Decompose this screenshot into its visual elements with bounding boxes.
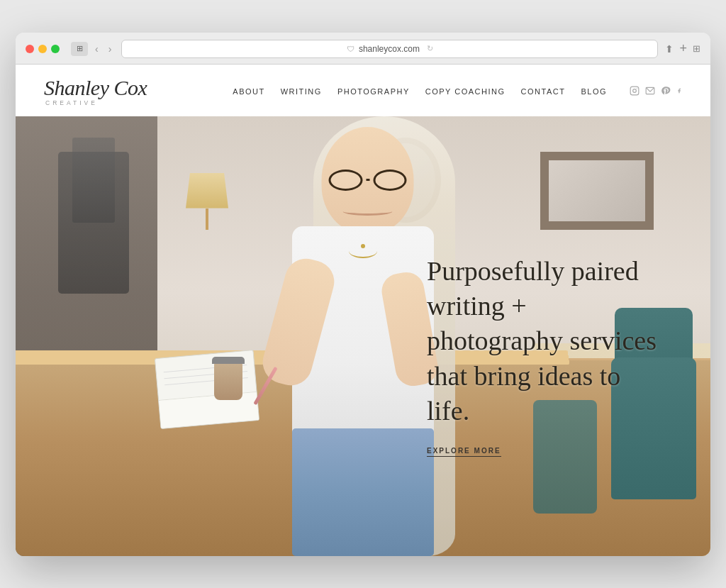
back-button[interactable]: ‹ bbox=[92, 42, 101, 56]
coffee-cup bbox=[214, 361, 242, 400]
pinterest-icon[interactable] bbox=[661, 86, 671, 98]
close-button[interactable] bbox=[26, 45, 34, 53]
email-icon[interactable] bbox=[645, 86, 655, 98]
new-tab-icon[interactable]: + bbox=[679, 41, 687, 56]
svg-point-2 bbox=[637, 88, 637, 89]
instagram-icon[interactable] bbox=[630, 86, 640, 98]
logo-main-text: Shanley Cox bbox=[44, 77, 147, 99]
bg-kitchen-item bbox=[72, 138, 115, 223]
nav-contact[interactable]: CONTACT bbox=[521, 87, 566, 96]
sidebar-toggle-button[interactable]: ⊞ bbox=[71, 42, 88, 56]
site-nav: ABOUT WRITING PHOTOGRAPHY COPY COACHING … bbox=[233, 86, 682, 98]
person-smile bbox=[343, 207, 393, 216]
reload-icon: ↻ bbox=[427, 44, 433, 53]
cup-lid bbox=[212, 357, 245, 364]
security-icon: 🛡 bbox=[347, 45, 354, 53]
forward-button[interactable]: › bbox=[106, 42, 115, 56]
person-jeans bbox=[292, 428, 434, 556]
nav-blog[interactable]: BLOG bbox=[581, 87, 607, 96]
hero-section: Purposefully paired writing + photograph… bbox=[16, 116, 710, 556]
site-logo: Shanley Cox CREATIVE bbox=[44, 77, 147, 106]
person-face bbox=[322, 127, 414, 233]
explore-more-button[interactable]: EXPLORE MORE bbox=[427, 447, 501, 457]
url-text: shanleycox.com bbox=[359, 44, 420, 54]
hero-headline: Purposefully paired writing + photograph… bbox=[427, 254, 668, 429]
nav-photography[interactable]: PHOTOGRAPHY bbox=[337, 87, 410, 96]
lamp-base bbox=[206, 209, 208, 230]
tabs-overview-icon[interactable]: ⊞ bbox=[693, 43, 700, 54]
share-icon[interactable]: ⬆ bbox=[665, 43, 674, 55]
address-bar[interactable]: 🛡 shanleycox.com ↻ bbox=[121, 40, 658, 58]
maximize-button[interactable] bbox=[51, 45, 60, 53]
person-glasses bbox=[329, 170, 407, 191]
nav-writing[interactable]: WRITING bbox=[281, 87, 322, 96]
lamp-shade bbox=[186, 173, 228, 209]
hero-content: Purposefully paired writing + photograph… bbox=[427, 254, 668, 457]
social-icons bbox=[630, 86, 682, 98]
nav-copy-coaching[interactable]: COPY COACHING bbox=[425, 87, 506, 96]
person-necklace bbox=[349, 244, 377, 258]
logo-sub-text: CREATIVE bbox=[44, 99, 98, 106]
site-header: Shanley Cox CREATIVE ABOUT WRITING PHOTO… bbox=[16, 65, 710, 116]
svg-point-1 bbox=[633, 89, 637, 92]
bg-lamp bbox=[186, 173, 228, 230]
bg-frame bbox=[540, 152, 654, 230]
browser-chrome: ⊞ ‹ › 🛡 shanleycox.com ↻ ⬆ + ⊞ bbox=[16, 33, 710, 65]
browser-controls: ⊞ ‹ › bbox=[71, 42, 114, 56]
facebook-icon[interactable] bbox=[676, 86, 682, 98]
svg-rect-0 bbox=[630, 87, 639, 95]
nav-about[interactable]: ABOUT bbox=[233, 87, 264, 96]
browser-actions: ⬆ + ⊞ bbox=[665, 41, 700, 56]
traffic-lights bbox=[26, 45, 60, 53]
website: Shanley Cox CREATIVE ABOUT WRITING PHOTO… bbox=[16, 65, 710, 556]
minimize-button[interactable] bbox=[38, 45, 47, 53]
browser-window: ⊞ ‹ › 🛡 shanleycox.com ↻ ⬆ + ⊞ Shanley C… bbox=[16, 33, 710, 556]
